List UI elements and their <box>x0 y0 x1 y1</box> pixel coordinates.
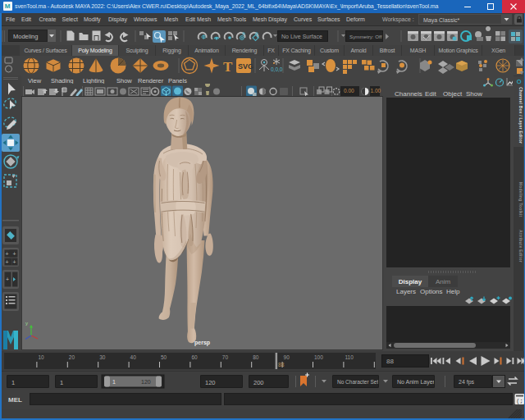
svg-text:+: + <box>6 259 9 265</box>
svg-text:110: 110 <box>345 354 354 360</box>
svg-text:1: 1 <box>112 379 116 385</box>
svg-text:0,0,0: 0,0,0 <box>271 66 283 72</box>
svg-text:+: + <box>13 251 16 257</box>
svg-text:50: 50 <box>161 354 167 360</box>
svg-text:10: 10 <box>38 354 44 360</box>
svg-text:40: 40 <box>130 354 137 360</box>
svg-text:100: 100 <box>314 354 323 360</box>
svg-text:20: 20 <box>69 354 75 360</box>
svg-text:+: + <box>6 276 9 282</box>
svg-text:60: 60 <box>191 354 198 360</box>
svg-text:+: + <box>13 259 16 265</box>
svg-text:90: 90 <box>284 354 290 360</box>
svg-text:70: 70 <box>222 354 229 360</box>
svg-text:y: y <box>25 321 28 326</box>
svg-text:T: T <box>223 59 233 75</box>
svg-text:SVG: SVG <box>238 62 253 71</box>
svg-text:88: 88 <box>278 362 285 368</box>
svg-text:30: 30 <box>99 354 106 360</box>
svg-text:+: + <box>6 251 9 257</box>
svg-text:80: 80 <box>253 354 259 360</box>
svg-text:120: 120 <box>141 379 151 385</box>
